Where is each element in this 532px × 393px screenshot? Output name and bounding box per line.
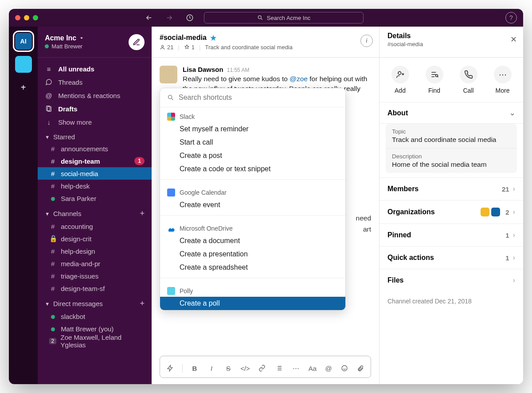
global-search[interactable]: Search Acme Inc [204,12,364,24]
details-title: Details [387,32,515,40]
quick-more-button[interactable]: ⋯More [494,66,512,94]
window-close-button[interactable] [15,15,20,20]
pinned-row[interactable]: Pinned1› [379,224,523,246]
strike-icon[interactable]: S [223,363,233,373]
nav-mentions[interactable]: @Mentions & reactions [38,89,152,102]
members-count[interactable]: 21 [160,44,173,51]
section-dms-header[interactable]: ▼Direct messages+ [38,295,152,310]
shortcut-item[interactable]: Create a post [160,149,345,162]
workspace-tile-active[interactable]: AI [15,33,32,50]
section-channels-header[interactable]: ▼Channels+ [38,204,152,220]
caret-down-icon: ▼ [45,134,50,140]
compose-button[interactable] [129,34,145,50]
count: 1 [505,232,509,239]
message-author[interactable]: Lisa Dawson [183,66,223,73]
help-button[interactable]: ? [505,12,517,24]
sidebar-item-label: Zoe Maxwell, Leland Yglesias [61,334,145,349]
sidebar-item[interactable]: Sara Parker [38,192,152,204]
history-forward-button[interactable] [163,12,176,24]
sidebar-scroll[interactable]: ≡All unreads Threads @Mentions & reactio… [38,58,152,384]
shortcut-item[interactable]: Start a call [160,136,345,149]
close-details-button[interactable]: ✕ [510,35,517,44]
shortcuts-search-input[interactable] [179,94,338,102]
workspace-switcher[interactable]: Acme Inc [45,34,84,42]
sidebar-item[interactable]: #social-media [38,167,152,180]
sidebar-item[interactable]: 2Zoe Maxwell, Leland Yglesias [38,335,152,347]
link-icon[interactable] [257,363,267,373]
nav-drafts[interactable]: Drafts [38,102,152,115]
history-button[interactable] [184,12,196,24]
channel-details-button[interactable]: i [360,35,373,47]
pins-count[interactable]: 1 [184,44,195,51]
shortcut-item[interactable]: Create a poll [160,297,345,310]
sidebar-item[interactable]: #design-team1 [38,155,152,167]
channel-name[interactable]: #social-media [160,34,207,42]
sidebar-item[interactable]: #help-desk [38,180,152,192]
add-channel-button[interactable]: + [140,209,145,218]
shortcut-item[interactable]: Set myself a reminder [160,122,345,136]
text-style-icon[interactable]: Aa [308,363,317,373]
quick-actions-row[interactable]: Quick actions1› [379,246,523,269]
hash-icon: # [49,157,56,165]
nav-label: Drafts [58,105,77,113]
topic-block[interactable]: Topic Track and coordinate social media [386,124,517,148]
shortcut-item[interactable]: Create a document [160,234,345,248]
star-icon[interactable]: ★ [210,34,216,42]
chevron-down-icon: ↓ [45,118,53,126]
about-section-header[interactable]: About⌄ [379,102,523,124]
shortcut-item[interactable]: Create a presentation [160,248,345,261]
sidebar-item[interactable]: #media-and-pr [38,257,152,270]
sidebar-item[interactable]: slackbot [38,310,152,322]
shortcuts-icon[interactable] [165,363,175,373]
sidebar-item[interactable]: Matt Brewer (you) [38,322,152,335]
sidebar-item[interactable]: #help-design [38,245,152,257]
attach-icon[interactable] [356,363,365,373]
add-dm-button[interactable]: + [140,299,145,308]
slack-icon [167,113,175,121]
shortcut-item[interactable]: Create a code or text snippet [160,162,345,176]
message-composer[interactable]: B I S </> ⋯ Aa @ [160,356,371,378]
shortcut-item[interactable]: Create event [160,198,345,212]
nav-show-more[interactable]: ↓Show more [38,115,152,129]
user-mention[interactable]: @zoe [289,75,308,83]
group-label: Google Calendar [180,189,227,196]
avatar[interactable] [160,66,177,83]
code-icon[interactable]: </> [240,363,250,373]
shortcuts-search[interactable] [160,88,345,107]
members-row[interactable]: Members21› [379,177,523,200]
current-user-status[interactable]: Matt Brewer [45,43,84,50]
history-back-button[interactable] [143,12,155,24]
workspace-tile-secondary[interactable] [15,56,32,73]
chevron-right-icon: › [513,185,515,193]
window-maximize-button[interactable] [33,15,38,20]
quick-call-button[interactable]: Call [460,66,477,94]
sidebar-item[interactable]: 🔒design-crit [38,232,152,245]
mention-icon[interactable]: @ [324,363,333,373]
section-label: Direct messages [53,300,103,307]
list-icon[interactable] [274,363,284,373]
window-minimize-button[interactable] [24,15,29,20]
bold-icon[interactable]: B [190,363,200,373]
add-workspace-button[interactable]: + [15,79,32,96]
channel-topic[interactable]: Track and coordinate social media [205,44,293,51]
quick-find-button[interactable]: Find [426,66,443,94]
more-formatting-icon[interactable]: ⋯ [291,363,301,373]
description-block[interactable]: Description Home of the social media tea… [386,148,517,173]
nav-all-unreads[interactable]: ≡All unreads [38,62,152,75]
sidebar-item[interactable]: #accounting [38,220,152,232]
sidebar-item[interactable]: #announcements [38,142,152,155]
emoji-icon[interactable] [340,363,349,373]
quick-add-button[interactable]: Add [391,66,409,94]
shortcut-item[interactable]: Create a spreadsheet [160,261,345,274]
message-timestamp[interactable]: 11:55 AM [227,67,250,73]
italic-icon[interactable]: I [207,363,216,373]
nav-threads[interactable]: Threads [38,75,152,89]
sidebar-item[interactable]: #triage-issues [38,270,152,282]
thread-icon [45,79,53,86]
section-starred-header[interactable]: ▼Starred [38,129,152,142]
sidebar-item[interactable]: #design-team-sf [38,282,152,295]
details-scroll[interactable]: About⌄ Topic Track and coordinate social… [379,102,523,384]
hash-icon: # [49,145,56,153]
organizations-row[interactable]: Organizations2› [379,200,523,224]
files-row[interactable]: Files› [379,269,523,291]
